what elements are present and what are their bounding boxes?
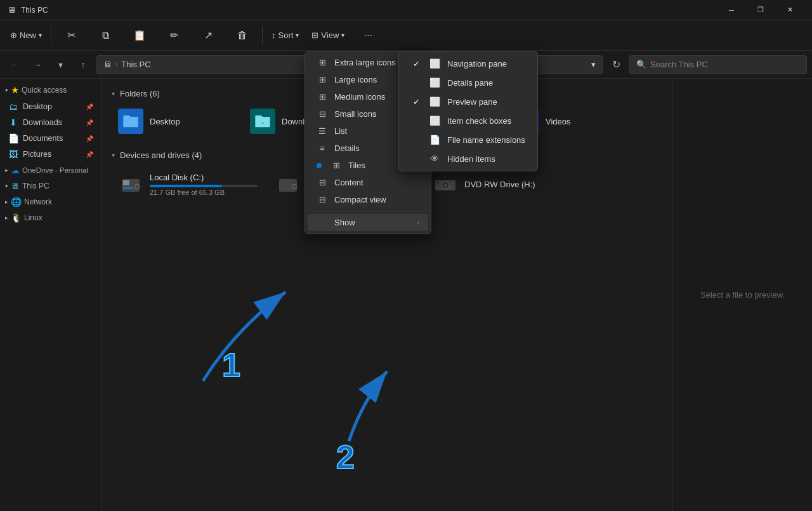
drive-icon-c bbox=[118, 171, 143, 197]
onedrive-icon: ☁ bbox=[11, 165, 20, 175]
more-options-button[interactable]: ··· bbox=[352, 27, 384, 44]
show-arrow-icon: › bbox=[417, 219, 419, 226]
pictures-folder-icon: 🖼 bbox=[8, 149, 19, 159]
thispc-header[interactable]: ▾ 🖥 This PC bbox=[0, 178, 101, 194]
svg-rect-4 bbox=[123, 187, 133, 189]
content-label: Content bbox=[334, 178, 363, 187]
preview-pane-label: Preview pane bbox=[447, 97, 526, 107]
tiles-icon: ⊞ bbox=[331, 161, 342, 170]
annotation-label-1: 1 bbox=[222, 346, 240, 384]
quick-access-header[interactable]: ▾ ★ Quick access bbox=[0, 82, 101, 98]
pin-icon-pictures: 📌 bbox=[86, 151, 93, 158]
show-nav-pane[interactable]: ✓ ⬜ Navigation pane bbox=[402, 54, 535, 73]
view-show[interactable]: Show › bbox=[308, 214, 428, 231]
new-button[interactable]: ⊕ New ▾ bbox=[5, 28, 47, 43]
show-file-extensions[interactable]: 📄 File name extensions bbox=[402, 130, 535, 149]
drive-info-h: DVD RW Drive (H:) bbox=[464, 180, 572, 189]
small-label: Small icons bbox=[334, 109, 376, 119]
show-label: Show bbox=[334, 218, 355, 227]
title-icon: 🖥 bbox=[8, 5, 16, 15]
drive-item-h[interactable]: DVD RW Drive (H:) bbox=[426, 166, 579, 202]
preview-text: Select a file to preview. bbox=[700, 290, 785, 300]
sidebar-item-downloads[interactable]: ⬇ Downloads 📌 bbox=[3, 115, 98, 130]
details-label: Details bbox=[334, 143, 360, 153]
thispc-icon: 🖥 bbox=[11, 181, 20, 191]
show-details-pane[interactable]: ⬜ Details pane bbox=[402, 73, 535, 92]
show-submenu: ✓ ⬜ Navigation pane ⬜ Details pane ✓ ⬜ P… bbox=[398, 51, 538, 171]
new-arrow-icon: ▾ bbox=[39, 32, 42, 39]
recent-button[interactable]: ▾ bbox=[51, 55, 70, 74]
maximize-button[interactable]: ❐ bbox=[746, 0, 775, 20]
network-header[interactable]: ▸ 🌐 Network bbox=[0, 194, 101, 209]
view-button[interactable]: ⊞ View ▾ bbox=[306, 28, 350, 43]
more-icon: ··· bbox=[364, 30, 372, 41]
minimize-button[interactable]: ─ bbox=[717, 0, 746, 20]
drive-item-c[interactable]: Local Disk (C:) 21.7 GB free of 65.3 GB bbox=[112, 166, 264, 202]
show-item-checkboxes[interactable]: ⬜ Item check boxes bbox=[402, 111, 535, 130]
nav-pane-check: ✓ bbox=[410, 59, 422, 69]
extra-large-label: Extra large icons bbox=[334, 58, 396, 67]
sidebar-item-pictures[interactable]: 🖼 Pictures 📌 bbox=[3, 147, 98, 162]
folders-arrow: ▾ bbox=[112, 90, 115, 97]
drive-bar-c bbox=[150, 185, 222, 187]
network-label: Network bbox=[24, 197, 52, 206]
folder-icon-downloads bbox=[250, 109, 275, 134]
sort-button[interactable]: ↕ Sort ▾ bbox=[266, 28, 304, 43]
share-button[interactable]: ↗ bbox=[192, 27, 224, 44]
hidden-items-label: Hidden items bbox=[447, 154, 526, 164]
folder-item-desktop[interactable]: Desktop bbox=[112, 105, 239, 138]
documents-label: Documents bbox=[23, 134, 63, 143]
large-icon: ⊞ bbox=[317, 75, 328, 84]
toolbar-separator-2 bbox=[262, 27, 263, 44]
list-label: List bbox=[334, 126, 347, 136]
sidebar: ▾ ★ Quick access 🗂 Desktop 📌 ⬇ Downloads… bbox=[0, 79, 102, 511]
svg-rect-1 bbox=[123, 180, 129, 185]
tiles-dot bbox=[317, 163, 322, 168]
back-button: ← bbox=[5, 55, 24, 74]
search-bar[interactable]: 🔍 Search This PC bbox=[629, 55, 807, 74]
sidebar-item-documents[interactable]: 📄 Documents 📌 bbox=[3, 131, 98, 146]
sidebar-item-desktop[interactable]: 🗂 Desktop 📌 bbox=[3, 99, 98, 114]
rename-button[interactable]: ✏ bbox=[158, 27, 190, 44]
list-icon: ☰ bbox=[317, 126, 328, 136]
drive-icon-f bbox=[275, 171, 301, 197]
toolbar: ⊕ New ▾ ✂ ⧉ 📋 ✏ ↗ 🗑 ↕ Sort ▾ ⊞ View ▾ ··… bbox=[0, 20, 812, 51]
preview-pane-icon: ⬜ bbox=[428, 96, 441, 107]
show-hidden-items[interactable]: 👁 Hidden items bbox=[402, 149, 535, 168]
paste-button[interactable]: 📋 bbox=[124, 27, 155, 44]
delete-button[interactable]: 🗑 bbox=[226, 27, 258, 44]
downloads-folder-icon: ⬇ bbox=[8, 117, 19, 128]
drive-name-c: Local Disk (C:) bbox=[150, 173, 258, 182]
view-compact[interactable]: ⊟ Compact view bbox=[308, 191, 428, 208]
sort-label: Sort bbox=[278, 30, 294, 40]
nav-pane-label: Navigation pane bbox=[447, 59, 526, 69]
address-chevron: › bbox=[115, 61, 117, 68]
file-extensions-label: File name extensions bbox=[447, 135, 526, 145]
medium-label: Medium icons bbox=[334, 92, 385, 102]
item-checkboxes-icon: ⬜ bbox=[428, 116, 441, 126]
refresh-button[interactable]: ↻ bbox=[606, 55, 625, 74]
close-button[interactable]: ✕ bbox=[775, 0, 804, 20]
annotation-label-2: 2 bbox=[336, 438, 355, 476]
compact-icon: ⊟ bbox=[317, 195, 328, 204]
sort-arrow-icon: ▾ bbox=[296, 32, 299, 39]
delete-icon: 🗑 bbox=[237, 30, 247, 41]
view-content[interactable]: ⊟ Content bbox=[308, 174, 428, 191]
up-button[interactable]: ↑ bbox=[74, 55, 93, 74]
pin-icon-desktop: 📌 bbox=[86, 103, 93, 110]
cut-button[interactable]: ✂ bbox=[55, 27, 87, 44]
window-title: This PC bbox=[21, 6, 712, 15]
copy-button[interactable]: ⧉ bbox=[89, 27, 121, 44]
copy-icon: ⧉ bbox=[102, 30, 109, 41]
view-arrow-icon: ▾ bbox=[341, 32, 344, 39]
svg-point-3 bbox=[136, 186, 138, 188]
onedrive-header[interactable]: ▸ ☁ OneDrive - Personal bbox=[0, 163, 101, 178]
pictures-label: Pictures bbox=[23, 150, 51, 159]
forward-button[interactable]: → bbox=[28, 55, 47, 74]
search-placeholder: Search This PC bbox=[650, 60, 708, 69]
linux-header[interactable]: ▸ 🐧 Linux bbox=[0, 210, 101, 225]
linux-arrow: ▸ bbox=[5, 215, 8, 221]
show-preview-pane[interactable]: ✓ ⬜ Preview pane bbox=[402, 92, 535, 111]
file-extensions-icon: 📄 bbox=[428, 135, 441, 145]
documents-folder-icon: 📄 bbox=[8, 133, 19, 143]
